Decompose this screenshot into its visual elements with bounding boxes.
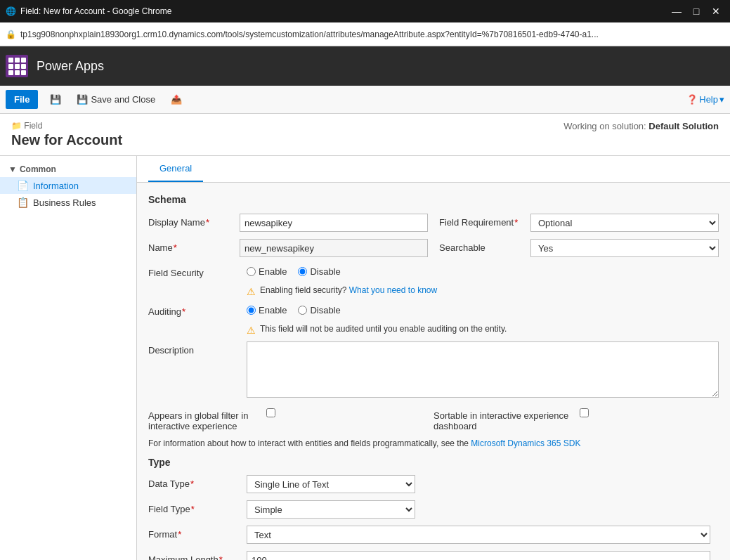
name-row: Name* Searchable Yes No (148, 239, 719, 257)
field-security-warning-link[interactable]: What you need to know (349, 285, 437, 295)
auditing-enable-radio[interactable] (247, 306, 256, 315)
help-circle-icon: ❓ (686, 94, 698, 105)
sdk-info-row: For information about how to interact wi… (148, 438, 719, 448)
main-layout: ▼ Common 📄 Information 📋 Business Rules … (0, 156, 730, 560)
publish-icon: 📤 (171, 94, 182, 105)
display-name-input[interactable] (240, 214, 428, 232)
data-type-field: Single Line of Text Whole Number Decimal… (247, 475, 415, 493)
field-requirement-col: Field Requirement* Optional Business Rec… (439, 214, 719, 232)
field-security-label: Field Security (148, 264, 247, 278)
auditing-disable-radio[interactable] (298, 306, 307, 315)
auditing-disable-label: Disable (310, 305, 340, 315)
sidebar-item-information[interactable]: 📄 Information (0, 177, 136, 194)
searchable-label: Searchable (439, 239, 530, 253)
sdk-link[interactable]: Microsoft Dynamics 365 SDK (471, 438, 580, 448)
type-section-title: Type (148, 457, 719, 468)
url-display: tp1sg908nonphxplain18930org1.crm10.dynam… (20, 30, 724, 39)
field-security-warning-row: ⚠ Enabling field security? What you need… (148, 285, 719, 297)
breadcrumb-text: Field (24, 121, 42, 131)
display-name-label: Display Name* (148, 214, 240, 228)
searchable-col: Searchable Yes No (439, 239, 719, 257)
minimize-button[interactable]: — (668, 3, 685, 20)
description-textarea[interactable] (247, 341, 719, 398)
help-button[interactable]: ❓ Help ▾ (686, 94, 724, 105)
publish-button[interactable]: 📤 (164, 91, 188, 108)
auditing-warning-icon: ⚠ (247, 325, 256, 336)
breadcrumb: 📁 Field (11, 121, 122, 131)
sidebar-section-header: ▼ Common (0, 162, 136, 177)
field-type-label: Field Type* (148, 500, 247, 514)
display-name-field (240, 214, 428, 232)
auditing-enable-label: Enable (259, 305, 287, 315)
save-icon: 💾 (50, 94, 61, 105)
auditing-disable-option[interactable]: Disable (298, 305, 340, 315)
max-length-input[interactable] (247, 551, 710, 560)
app-grid-button[interactable] (6, 55, 28, 77)
name-input[interactable] (240, 239, 428, 257)
help-label: Help (699, 94, 718, 105)
content-area: General Schema Display Name* Field R (137, 156, 730, 560)
field-security-disable-radio[interactable] (298, 267, 307, 276)
toolbar: File 💾 💾 Save and Close 📤 ❓ Help ▾ (0, 86, 730, 114)
entity-title: New for Account (11, 132, 122, 148)
grid-icon (8, 58, 26, 75)
description-row: Description (148, 341, 719, 400)
field-security-enable-option[interactable]: Enable (247, 266, 287, 277)
format-row: Format* Text Email URL Ticker Symbol Pho… (148, 526, 719, 544)
field-security-disable-label: Disable (310, 266, 340, 277)
sidebar-item-business-rules[interactable]: 📋 Business Rules (0, 194, 136, 211)
format-field: Text Email URL Ticker Symbol Phone (247, 526, 719, 544)
field-requirement-select[interactable]: Optional Business Recommended Business R… (530, 214, 719, 232)
file-button[interactable]: File (6, 90, 38, 109)
data-type-select[interactable]: Single Line of Text Whole Number Decimal… (247, 475, 415, 493)
restore-button[interactable]: □ (688, 3, 705, 20)
title-bar-left: 🌐 Field: New for Account - Google Chrome (6, 6, 171, 16)
save-close-icon: 💾 (77, 94, 88, 105)
field-type-field: Simple Calculated Rollup (247, 500, 415, 519)
close-button[interactable]: ✕ (708, 3, 724, 20)
sortable-checkbox[interactable] (580, 408, 589, 417)
auditing-enable-option[interactable]: Enable (247, 305, 287, 315)
tab-general[interactable]: General (148, 156, 203, 182)
global-filter-checkbox[interactable] (266, 408, 275, 417)
checkbox-pair-row: Appears in global filter in interactive … (148, 407, 719, 431)
display-name-row: Display Name* Field Requirement* Optiona… (148, 214, 719, 232)
address-bar: 🔒 tp1sg908nonphxplain18930org1.crm10.dyn… (0, 22, 730, 46)
save-close-button[interactable]: 💾 Save and Close (70, 91, 162, 108)
max-length-field (247, 551, 719, 560)
entity-info: 📁 Field New for Account (11, 121, 122, 148)
folder-icon: 📁 (11, 121, 22, 131)
auditing-warning-text: This field will not be audited until you… (260, 324, 507, 334)
field-requirement-label: Field Requirement* (439, 214, 530, 228)
display-name-col: Display Name* (148, 214, 428, 232)
format-label: Format* (148, 526, 247, 540)
business-rules-icon: 📋 (17, 197, 29, 208)
display-name-required: * (206, 217, 209, 228)
max-length-row: Maximum Length* (148, 551, 719, 560)
app-title: Power Apps (37, 59, 104, 74)
auditing-warning-row: ⚠ This field will not be audited until y… (148, 324, 719, 336)
lock-icon: 🔒 (6, 30, 16, 39)
field-type-select[interactable]: Simple Calculated Rollup (247, 500, 415, 519)
entity-header: 📁 Field New for Account Working on solut… (0, 114, 730, 156)
save-button[interactable]: 💾 (44, 91, 67, 108)
field-security-warning-text: Enabling field security? What you need t… (260, 285, 437, 295)
description-label: Description (148, 341, 247, 356)
max-length-label: Maximum Length* (148, 551, 247, 560)
app-header: Power Apps (0, 46, 730, 86)
field-security-disable-option[interactable]: Disable (298, 266, 340, 277)
information-icon: 📄 (17, 180, 29, 191)
working-solution: Working on solution: Default Solution (563, 121, 719, 131)
window-title: Field: New for Account - Google Chrome (20, 6, 171, 16)
global-filter-col: Appears in global filter in interactive … (148, 407, 434, 431)
field-security-enable-radio[interactable] (247, 267, 256, 276)
solution-name: Default Solution (648, 121, 719, 131)
browser-favicon: 🌐 (6, 6, 16, 16)
title-bar-controls: — □ ✕ (668, 3, 724, 20)
sidebar-collapse-icon: ▼ (8, 164, 17, 174)
searchable-select[interactable]: Yes No (530, 239, 719, 257)
auditing-row: Auditing* Enable Disable (148, 303, 719, 317)
sidebar-item-business-rules-label: Business Rules (33, 197, 96, 208)
global-filter-label: Appears in global filter in interactive … (148, 407, 261, 431)
format-select[interactable]: Text Email URL Ticker Symbol Phone (247, 526, 710, 544)
